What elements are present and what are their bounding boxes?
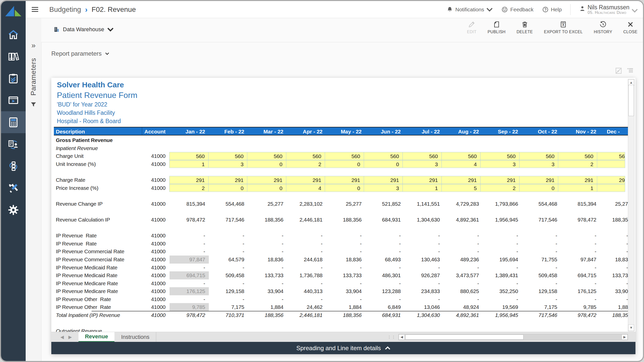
- input-cell[interactable]: 1: [558, 184, 597, 192]
- input-cell[interactable]: 0: [325, 184, 364, 192]
- input-cell[interactable]: 560: [441, 152, 481, 160]
- rail-collapse-icon[interactable]: »: [26, 41, 41, 50]
- input-cell[interactable]: 291: [480, 176, 519, 184]
- input-cell[interactable]: 3: [480, 160, 519, 168]
- scroll-left-button[interactable]: ◀: [399, 334, 405, 340]
- input-cell[interactable]: 560: [480, 152, 519, 160]
- data-source-dropdown[interactable]: Data Warehouse: [53, 26, 114, 33]
- grid-icon[interactable]: [626, 67, 634, 75]
- vertical-scrollbar[interactable]: ▲ ▼: [628, 79, 634, 331]
- input-cell[interactable]: 3: [208, 160, 248, 168]
- expand-icon[interactable]: [615, 67, 622, 75]
- close-button[interactable]: CLOSE: [623, 21, 637, 34]
- breadcrumb-budgeting[interactable]: Budgeting: [49, 6, 81, 14]
- value-cell[interactable]: 176,125: [170, 287, 209, 295]
- input-cell[interactable]: 291: [325, 176, 364, 184]
- input-cell[interactable]: 291: [286, 176, 325, 184]
- scroll-right-button[interactable]: ▶: [622, 334, 628, 340]
- help-button[interactable]: Help: [542, 6, 562, 13]
- input-cell[interactable]: 0: [519, 184, 558, 192]
- value-cell: 188,356: [326, 311, 365, 319]
- topbar-divider: [570, 4, 571, 15]
- sidebar-item-process[interactable]: [1, 155, 26, 177]
- horizontal-scrollbar[interactable]: ◀ ▶: [398, 334, 628, 340]
- input-cell[interactable]: 560: [403, 152, 442, 160]
- input-cell[interactable]: 1: [169, 160, 209, 168]
- input-cell[interactable]: 3: [364, 184, 403, 192]
- input-cell[interactable]: 560: [519, 152, 558, 160]
- hamburger-menu-icon[interactable]: [32, 6, 38, 13]
- input-cell[interactable]: 560: [169, 152, 209, 160]
- tab-revenue[interactable]: Revenue: [78, 332, 115, 342]
- input-cell[interactable]: 3: [519, 160, 558, 168]
- funnel-icon[interactable]: [30, 101, 37, 108]
- value-cell[interactable]: 694,715: [170, 271, 209, 279]
- input-cell[interactable]: 291: [364, 176, 403, 184]
- input-cell[interactable]: 4: [286, 184, 325, 192]
- input-cell[interactable]: 5: [441, 184, 481, 192]
- value-cell[interactable]: 97,847: [170, 256, 209, 264]
- value-cell[interactable]: 9,785: [170, 303, 209, 311]
- delete-button[interactable]: DELETE: [517, 21, 533, 34]
- value-cell: -: [561, 247, 600, 256]
- sidebar-item-playlists[interactable]: [1, 89, 26, 111]
- input-cell[interactable]: [597, 160, 625, 168]
- input-cell[interactable]: 2: [169, 184, 209, 192]
- input-cell[interactable]: [597, 184, 625, 192]
- user-menu[interactable]: Nils Rasmussen 05. Healthcare Demo: [579, 4, 638, 15]
- splitter-handle-icon[interactable]: ⋮⋮: [387, 335, 396, 339]
- input-cell[interactable]: 0: [247, 184, 286, 192]
- app-logo-icon[interactable]: [5, 5, 22, 19]
- input-cell[interactable]: 560: [286, 152, 325, 160]
- input-cell[interactable]: 560: [325, 152, 364, 160]
- row-label: IP Revenue Other Rate: [54, 303, 142, 311]
- sidebar-item-reports[interactable]: [1, 46, 26, 67]
- input-cell[interactable]: 560: [364, 152, 403, 160]
- sidebar-item-budgeting[interactable]: [1, 111, 26, 133]
- sheet-tab-next-icon[interactable]: ▶: [68, 334, 72, 340]
- value-cell: -: [287, 247, 326, 256]
- sheet-tab-prev-icon[interactable]: ◀: [60, 334, 64, 340]
- input-cell[interactable]: 291: [519, 176, 558, 184]
- horizontal-scroll-thumb[interactable]: [405, 335, 524, 340]
- input-cell[interactable]: 560: [558, 152, 597, 160]
- input-cell[interactable]: 2: [286, 160, 325, 168]
- scroll-down-button[interactable]: ▼: [628, 324, 634, 331]
- input-cell[interactable]: 0: [208, 184, 248, 192]
- sidebar-item-home[interactable]: [1, 24, 26, 46]
- export-button[interactable]: XEXPORT TO EXCEL: [544, 21, 583, 34]
- input-cell[interactable]: 291: [403, 176, 442, 184]
- sidebar-item-collaboration[interactable]: [1, 133, 26, 155]
- publish-button[interactable]: PUBLISH: [488, 21, 505, 34]
- sidebar-item-settings[interactable]: [1, 199, 26, 221]
- report-parameters-toggle[interactable]: Report parameters: [51, 50, 109, 57]
- input-cell[interactable]: 1: [403, 184, 442, 192]
- input-cell[interactable]: 291: [208, 176, 248, 184]
- input-cell[interactable]: 56: [597, 152, 625, 160]
- tab-instructions[interactable]: Instructions: [114, 332, 156, 342]
- input-cell[interactable]: 3: [403, 160, 442, 168]
- input-cell[interactable]: 560: [208, 152, 248, 160]
- history-button[interactable]: HISTORY: [594, 21, 612, 34]
- value-cell: -: [170, 264, 209, 272]
- sidebar-item-admin-tools[interactable]: [1, 177, 26, 199]
- input-cell[interactable]: 2: [480, 184, 519, 192]
- account-cell: 41000: [142, 160, 170, 168]
- input-cell[interactable]: 0: [364, 160, 403, 168]
- input-cell[interactable]: 2: [558, 160, 597, 168]
- vertical-scroll-thumb[interactable]: [628, 85, 634, 116]
- input-cell[interactable]: 560: [247, 152, 286, 160]
- input-cell[interactable]: 0: [247, 160, 286, 168]
- input-cell[interactable]: 4: [441, 160, 481, 168]
- sidebar-item-tasks[interactable]: [1, 67, 26, 89]
- notifications-button[interactable]: Notifications: [447, 6, 493, 13]
- feedback-button[interactable]: Feedback: [501, 6, 533, 13]
- input-cell[interactable]: 291: [247, 176, 286, 184]
- parameters-rail-label[interactable]: Parameters: [29, 51, 37, 103]
- input-cell[interactable]: 29: [597, 176, 625, 184]
- input-cell[interactable]: 291: [169, 176, 209, 184]
- spreading-details-bar[interactable]: Spreading and Line item details: [51, 342, 635, 354]
- input-cell[interactable]: 291: [558, 176, 597, 184]
- input-cell[interactable]: 0: [325, 160, 364, 168]
- input-cell[interactable]: 291: [441, 176, 481, 184]
